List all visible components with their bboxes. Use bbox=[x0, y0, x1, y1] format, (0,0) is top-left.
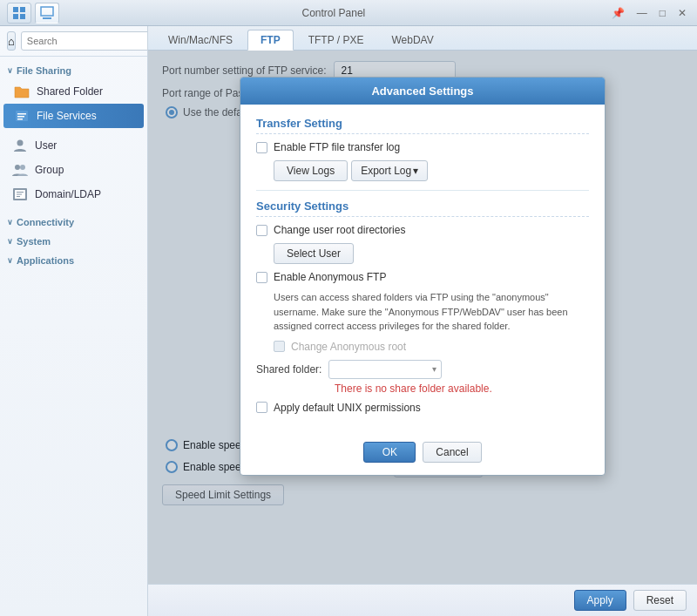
select-user-button[interactable]: Select User bbox=[274, 243, 354, 264]
apps-icon[interactable] bbox=[7, 3, 31, 24]
no-share-error-row: There is no share folder available. bbox=[335, 382, 589, 395]
tab-bar: Win/Mac/NFS FTP TFTP / PXE WebDAV bbox=[148, 26, 697, 51]
view-logs-button[interactable]: View Logs bbox=[274, 160, 348, 181]
enable-ftp-log-row: Enable FTP file transfer log bbox=[256, 141, 589, 153]
change-root-label: Change user root directories bbox=[274, 224, 405, 236]
window-controls: 📌 — □ ✕ bbox=[608, 5, 690, 21]
sidebar-item-shared-folder[interactable]: Shared Folder bbox=[0, 79, 147, 104]
applications-header[interactable]: ∨ Applications bbox=[0, 252, 147, 269]
sidebar-item-user[interactable]: User bbox=[0, 133, 147, 158]
cancel-button[interactable]: Cancel bbox=[423, 442, 481, 463]
maximize-button[interactable]: □ bbox=[656, 5, 669, 21]
sidebar-item-domain-ldap[interactable]: Domain/LDAP bbox=[0, 182, 147, 206]
svg-rect-0 bbox=[13, 7, 18, 12]
content-body: Port number setting of FTP service: Port… bbox=[148, 51, 697, 584]
window-title: Control Panel bbox=[59, 7, 608, 19]
connectivity-header[interactable]: ∨ Connectivity bbox=[0, 213, 147, 231]
svg-rect-4 bbox=[41, 7, 53, 16]
sidebar-item-group[interactable]: Group bbox=[0, 158, 147, 182]
content-area: Win/Mac/NFS FTP TFTP / PXE WebDAV Port n… bbox=[148, 26, 697, 616]
shared-folder-select[interactable] bbox=[328, 360, 442, 379]
close-button[interactable]: ✕ bbox=[674, 5, 690, 21]
reset-button[interactable]: Reset bbox=[633, 590, 687, 611]
security-section-title: Security Settings bbox=[256, 200, 589, 217]
file-sharing-label: File Sharing bbox=[17, 65, 71, 76]
unix-permissions-checkbox[interactable] bbox=[256, 402, 267, 413]
select-user-group: Select User bbox=[274, 243, 589, 264]
svg-rect-2 bbox=[13, 14, 18, 19]
anonymous-ftp-checkbox[interactable] bbox=[256, 272, 267, 283]
sidebar-top: ⌂ bbox=[0, 26, 147, 57]
home-button[interactable]: ⌂ bbox=[7, 31, 16, 51]
svg-rect-5 bbox=[43, 17, 51, 19]
anonymous-ftp-label: Enable Anonymous FTP bbox=[274, 271, 386, 283]
tab-webdav[interactable]: WebDAV bbox=[378, 30, 446, 50]
change-anon-root-row: Change Anonymous root bbox=[274, 341, 589, 353]
tab-ftp[interactable]: FTP bbox=[247, 30, 294, 51]
unix-permissions-label: Apply default UNIX permissions bbox=[274, 402, 421, 414]
svg-rect-9 bbox=[17, 118, 23, 120]
anonymous-ftp-row: Enable Anonymous FTP bbox=[256, 271, 589, 283]
modal-header: Advanced Settings bbox=[240, 78, 605, 105]
unix-permissions-row: Apply default UNIX permissions bbox=[256, 402, 589, 414]
main-container: ⌂ ∨ File Sharing Shared Folder File Serv… bbox=[0, 26, 697, 616]
shared-folder-select-wrapper bbox=[328, 360, 442, 379]
ok-button[interactable]: OK bbox=[363, 442, 416, 463]
modal-body: Transfer Setting Enable FTP file transfe… bbox=[240, 105, 605, 433]
control-panel-icon[interactable] bbox=[35, 3, 59, 24]
svg-rect-3 bbox=[20, 14, 25, 19]
apply-button[interactable]: Apply bbox=[574, 590, 626, 611]
anonymous-description: Users can access shared folders via FTP … bbox=[256, 290, 589, 334]
modal-overlay: Advanced Settings Transfer Setting Enabl… bbox=[148, 51, 697, 584]
taskbar: Control Panel 📌 — □ ✕ bbox=[0, 0, 697, 26]
file-sharing-header[interactable]: ∨ File Sharing bbox=[0, 62, 147, 79]
svg-point-12 bbox=[20, 165, 25, 170]
svg-point-10 bbox=[17, 140, 24, 146]
svg-rect-1 bbox=[20, 7, 25, 12]
shared-folder-icon bbox=[14, 84, 30, 99]
svg-rect-8 bbox=[17, 116, 24, 118]
applications-chevron-icon: ∨ bbox=[7, 256, 13, 265]
chevron-down-icon: ∨ bbox=[7, 66, 13, 75]
system-chevron-icon: ∨ bbox=[7, 237, 13, 246]
transfer-section-title: Transfer Setting bbox=[256, 117, 589, 134]
shared-folder-row: Shared folder: bbox=[256, 360, 589, 379]
modal-footer: OK Cancel bbox=[240, 433, 605, 475]
shared-folder-label: Shared Folder bbox=[37, 85, 103, 98]
sidebar-item-file-services[interactable]: File Services bbox=[3, 104, 144, 128]
tab-win-mac-nfs[interactable]: Win/Mac/NFS bbox=[155, 30, 246, 50]
enable-ftp-log-checkbox[interactable] bbox=[256, 142, 267, 153]
advanced-settings-modal: Advanced Settings Transfer Setting Enabl… bbox=[240, 77, 606, 476]
user-label: User bbox=[35, 139, 57, 152]
user-icon bbox=[12, 138, 28, 153]
export-dropdown-icon: ▾ bbox=[413, 165, 418, 177]
bottom-bar: Apply Reset bbox=[148, 584, 697, 616]
search-input[interactable] bbox=[21, 31, 148, 51]
minimize-button[interactable]: — bbox=[633, 5, 651, 21]
shared-folder-label: Shared folder: bbox=[256, 363, 321, 376]
svg-point-11 bbox=[15, 165, 20, 170]
change-anon-root-label: Change Anonymous root bbox=[291, 341, 406, 353]
file-sharing-section: ∨ File Sharing Shared Folder File Servic… bbox=[0, 57, 147, 133]
svg-rect-16 bbox=[17, 194, 22, 195]
connectivity-chevron-icon: ∨ bbox=[7, 218, 13, 227]
applications-label: Applications bbox=[17, 255, 74, 266]
tab-tftp-pxe[interactable]: TFTP / PXE bbox=[295, 30, 377, 50]
no-share-error: There is no share folder available. bbox=[335, 382, 492, 395]
group-label: Group bbox=[35, 164, 64, 176]
pin-button[interactable]: 📌 bbox=[608, 5, 628, 21]
domain-icon bbox=[12, 186, 28, 202]
domain-ldap-label: Domain/LDAP bbox=[35, 188, 101, 200]
export-log-button[interactable]: Export Log ▾ bbox=[351, 160, 428, 181]
taskbar-icons bbox=[7, 3, 59, 24]
svg-rect-7 bbox=[17, 113, 26, 115]
connectivity-label: Connectivity bbox=[17, 217, 74, 227]
system-header[interactable]: ∨ System bbox=[0, 233, 147, 250]
file-services-icon bbox=[14, 108, 30, 124]
sidebar: ⌂ ∨ File Sharing Shared Folder File Serv… bbox=[0, 26, 148, 616]
change-root-checkbox[interactable] bbox=[256, 225, 267, 236]
change-root-row: Change user root directories bbox=[256, 224, 589, 236]
group-icon bbox=[12, 162, 28, 178]
svg-rect-15 bbox=[17, 192, 24, 193]
enable-ftp-log-label: Enable FTP file transfer log bbox=[274, 141, 400, 153]
